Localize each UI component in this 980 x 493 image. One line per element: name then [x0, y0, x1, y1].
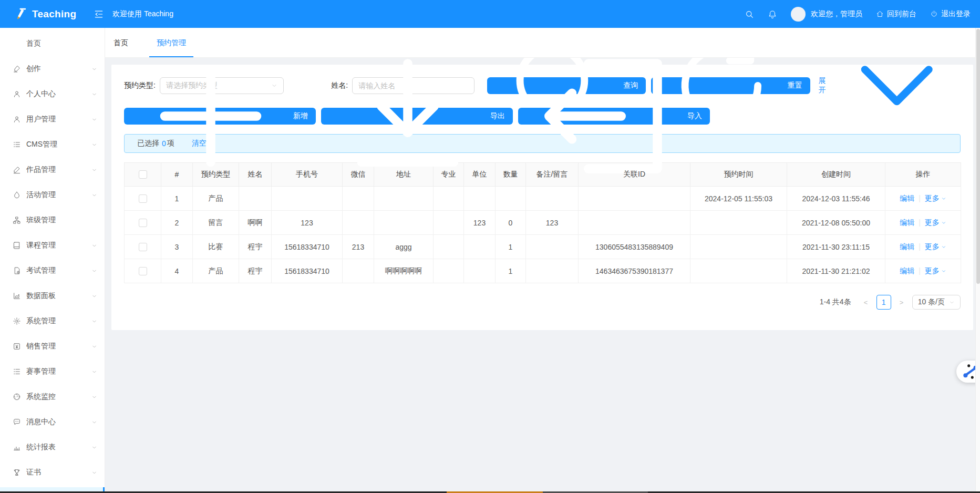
page-size-value: 10 条/页 — [918, 297, 945, 307]
cell-phone: 123 — [272, 211, 343, 235]
edit-icon — [13, 166, 21, 174]
edit-link[interactable]: 编辑 — [900, 242, 914, 251]
sidebar-item-label: 数据面板 — [26, 291, 91, 301]
sidebar-item-works-management[interactable]: 作品管理 — [0, 159, 105, 180]
more-link[interactable]: 更多 — [925, 218, 946, 228]
pagination-total: 1-4 共4条 — [820, 297, 851, 307]
user-menu[interactable]: 欢迎您，管理员 — [791, 7, 862, 22]
tab-1[interactable]: 预约管理 — [149, 28, 193, 57]
add-button[interactable]: 新增 — [124, 108, 316, 125]
logout-link[interactable]: 退出登录 — [930, 9, 971, 19]
page-size-select[interactable]: 10 条/页 — [912, 295, 961, 310]
sidebar-item-label: 统计报表 — [26, 443, 91, 452]
row-checkbox[interactable] — [139, 267, 147, 275]
sidebar-item-creation[interactable]: 创作 — [0, 58, 105, 79]
selection-prefix: 已选择 — [137, 139, 159, 148]
row-checkbox[interactable] — [139, 219, 147, 227]
menu-fold-icon[interactable] — [94, 9, 104, 19]
add-button-label: 新增 — [293, 111, 308, 121]
more-link[interactable]: 更多 — [925, 266, 946, 276]
app-logo[interactable]: Teaching — [0, 7, 94, 21]
import-button[interactable]: 导入 — [518, 108, 710, 125]
more-label: 更多 — [925, 266, 940, 276]
chevron-down-icon — [941, 196, 946, 201]
cell-reserve-time — [690, 259, 787, 283]
money-icon — [13, 342, 21, 351]
power-icon — [930, 10, 938, 18]
bell-icon[interactable] — [768, 9, 777, 19]
sidebar-item-data-panel[interactable]: 数据面板 — [0, 285, 105, 306]
sidebar-item-activity-management[interactable]: 活动管理 — [0, 184, 105, 206]
table-row: 2留言啊啊12312301232021-12-08 05:50:00编辑|更多 — [125, 211, 961, 235]
top-header: Teaching 欢迎使用 Teaching 欢迎您，管理员 回到前台 退出登录 — [0, 0, 980, 28]
row-checkbox[interactable] — [139, 243, 147, 251]
edit-link[interactable]: 编辑 — [900, 218, 914, 227]
more-link[interactable]: 更多 — [925, 194, 946, 203]
cell-actions: 编辑|更多 — [885, 235, 961, 259]
message-icon — [13, 418, 21, 426]
sidebar-item-cms-management[interactable]: CMS管理 — [0, 134, 105, 155]
cell-type: 比赛 — [193, 235, 239, 259]
edit-link[interactable]: 编辑 — [900, 194, 914, 202]
action-divider: | — [919, 266, 921, 275]
sidebar-item-label: 系统管理 — [26, 316, 91, 326]
row-checkbox[interactable] — [139, 194, 147, 203]
export-button[interactable]: 导出 — [321, 108, 513, 125]
vertical-scrollbar[interactable] — [975, 28, 980, 491]
cell-create-time: 2021-11-30 23:11:15 — [787, 235, 885, 259]
cell-type: 留言 — [193, 211, 239, 235]
list-icon — [13, 140, 21, 149]
cell-quantity: 1 — [496, 235, 526, 259]
back-to-front-link[interactable]: 回到前台 — [876, 9, 916, 19]
clear-selection-link[interactable]: 清空 — [192, 139, 207, 148]
search-icon[interactable] — [745, 9, 754, 19]
next-page-button[interactable]: > — [895, 299, 908, 306]
sidebar-item-message-center[interactable]: 消息中心 — [0, 412, 105, 433]
edit-link[interactable]: 编辑 — [900, 266, 914, 275]
tab-0[interactable]: 首页 — [106, 28, 136, 57]
cell-phone: 15618334710 — [272, 259, 343, 283]
cell-select — [125, 211, 161, 235]
cell-actions: 编辑|更多 — [885, 187, 961, 211]
chevron-down-icon — [91, 419, 97, 425]
sidebar-item-label: 消息中心 — [26, 417, 91, 427]
sidebar-item-user-management[interactable]: 用户管理 — [0, 109, 105, 130]
sidebar-item-label: 创作 — [26, 64, 91, 74]
sidebar-item-system-monitor[interactable]: 系统监控 — [0, 386, 105, 407]
sidebar-item-home[interactable]: 首页 — [0, 33, 105, 54]
column-header-actions: 操作 — [885, 163, 961, 187]
more-label: 更多 — [925, 194, 940, 203]
book-icon — [13, 241, 21, 250]
scrollbar-thumb[interactable] — [976, 29, 980, 284]
sidebar-item-sales-management[interactable]: 销售管理 — [0, 336, 105, 357]
sidebar-item-statistics-report[interactable]: 统计报表 — [0, 437, 105, 458]
reservation-card: 预约类型: 请选择预约类型 姓名: 查询 重置 展开 新 — [111, 65, 973, 330]
sidebar-item-exam-management[interactable]: 考试管理 — [0, 260, 105, 281]
more-link[interactable]: 更多 — [925, 242, 946, 252]
chevron-down-icon — [91, 66, 97, 72]
sidebar-item-label: 课程管理 — [26, 241, 91, 250]
sidebar-item-label: 作品管理 — [26, 165, 91, 174]
sidebar-item-course-management[interactable]: 课程管理 — [0, 235, 105, 256]
chevron-down-icon — [91, 470, 97, 476]
cell-major — [434, 235, 464, 259]
cell-select — [125, 235, 161, 259]
chevron-down-icon — [91, 192, 97, 198]
prev-page-button[interactable]: < — [860, 299, 872, 306]
sidebar-item-class-management[interactable]: 班级管理 — [0, 210, 105, 231]
cell-quantity — [496, 187, 526, 211]
sidebar-item-label: 活动管理 — [26, 190, 91, 200]
chevron-down-icon — [91, 293, 97, 299]
cell-wechat: 213 — [343, 235, 374, 259]
sidebar-item-competition-management[interactable]: 赛事管理 — [0, 361, 105, 382]
sidebar-item-reservation-management[interactable]: 预约管理 — [0, 487, 105, 491]
sidebar-item-certificate[interactable]: 证书 — [0, 462, 105, 483]
sidebar-item-personal-center[interactable]: 个人中心 — [0, 84, 105, 105]
cell-related-id: 1306055483135889409 — [579, 235, 690, 259]
reset-button-label: 重置 — [788, 81, 802, 90]
cell-major — [434, 259, 464, 283]
page-number-button[interactable]: 1 — [876, 295, 891, 310]
action-divider: | — [919, 242, 921, 251]
sidebar-item-system-management[interactable]: 系统管理 — [0, 311, 105, 332]
drop-icon — [13, 191, 21, 199]
